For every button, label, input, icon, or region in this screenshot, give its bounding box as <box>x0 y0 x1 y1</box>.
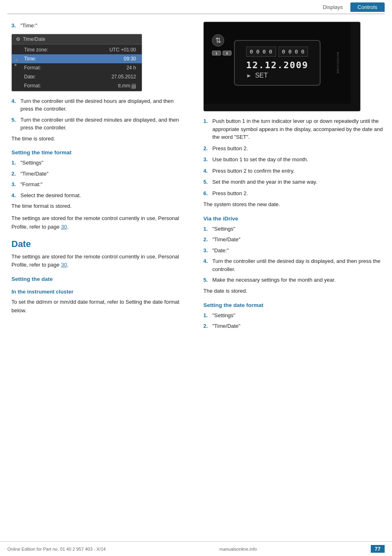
tf-step: 2."Time/Date" <box>11 170 187 178</box>
menu-title-bar: ⚙ Time/Date <box>12 34 142 44</box>
btn1-label: 1 <box>216 51 217 55</box>
right-steps: 1.Push button 1 in the turn indicator le… <box>203 117 385 197</box>
via-step: 1."Settings" <box>203 225 385 233</box>
page-footer: Online Edition for Part no. 01 40 2 957 … <box>0 541 392 556</box>
menu-screenshot: ⚙ Time/Date Time zone:UTC +01:00Time:09:… <box>11 34 142 91</box>
settings-icon: ⚙ <box>16 36 20 42</box>
cluster-center-display: 0 0 0 0 0 0 0 0 12.12.2009 ► SET <box>234 40 321 86</box>
in-cluster-header: In the instrument cluster <box>11 289 187 295</box>
tf-steps: 1."Settings"2."Time/Date"3."Format:"4.Se… <box>11 159 187 199</box>
in-cluster-text: To set the dd/mm or mm/dd date format, r… <box>11 298 187 315</box>
right-step: 3.Use button 1 to set the day of the mon… <box>203 156 385 164</box>
step-4-text: Turn the controller until the desired ho… <box>20 97 187 113</box>
left-column: 3. "Time:" ⚙ Time/Date Time zone:UTC +01… <box>11 22 199 333</box>
date-main-header: Date <box>11 239 187 249</box>
menu-title: Time/Date <box>23 36 45 42</box>
menu-row: Date:27.05.2012 <box>12 72 142 81</box>
menu-row: Format:tt.mm.jjjj <box>12 81 142 90</box>
date-format-header: Setting the date format <box>203 302 385 308</box>
step-3: 3. "Time:" <box>11 22 187 30</box>
date-note: The settings are stored for the remote c… <box>11 253 187 270</box>
cluster-date: 12.12.2009 <box>246 60 308 70</box>
right-step: 5.Set the month and the year in the same… <box>203 178 385 186</box>
menu-nav: ◄ ► <box>14 58 18 67</box>
df-step: 2."Time/Date" <box>203 322 385 330</box>
tf-settings-note: The settings are stored for the remote c… <box>11 214 187 231</box>
page-header: Displays Controls <box>7 0 385 14</box>
step-5-num: 5. <box>11 116 20 132</box>
nav-up-icon: ◄ <box>14 58 18 62</box>
right-step: 1.Push button 1 in the turn indicator le… <box>203 117 385 141</box>
tf-link[interactable]: 30 <box>61 224 67 230</box>
via-steps: 1."Settings"2."Time/Date"3."Date:"4.Turn… <box>203 225 385 284</box>
via-step: 5.Make the necessary settings for the mo… <box>203 276 385 284</box>
cluster-image: ⇅ 1 2 0 0 0 0 0 0 0 0 <box>203 22 361 111</box>
step-4-num: 4. <box>11 97 20 113</box>
nav-down-icon: ► <box>14 63 18 67</box>
date-stored-right: The system stores the new date. <box>203 200 385 209</box>
menu-rows: Time zone:UTC +01:00Time:09:30Format:24 … <box>12 44 142 91</box>
step-3-text: "Time:" <box>20 22 187 30</box>
right-step: 4.Press button 2 to confirm the entry. <box>203 167 385 175</box>
right-step: 2.Press button 2. <box>203 145 385 153</box>
via-idrive-header: Via the iDrive <box>203 216 385 222</box>
via-stored: The date is stored. <box>203 287 385 296</box>
time-format-header: Setting the time format <box>11 149 187 156</box>
menu-row: Time:09:30 <box>12 54 142 63</box>
cluster-display: ⇅ 1 2 0 0 0 0 0 0 0 0 <box>204 22 351 104</box>
menu-row: Format:24 h <box>12 63 142 72</box>
right-step: 6.Press button 2. <box>203 189 385 198</box>
tf-step: 1."Settings" <box>11 159 187 167</box>
watermark: MV1001ICMA <box>337 52 340 74</box>
tab-displays[interactable]: Displays <box>315 2 350 12</box>
tab-controls[interactable]: Controls <box>350 2 385 12</box>
tf-stored: The time format is stored. <box>11 202 187 211</box>
header-tabs: Displays Controls <box>315 2 385 12</box>
right-column: ⇅ 1 2 0 0 0 0 0 0 0 0 <box>199 22 385 333</box>
time-stored: The time is stored. <box>11 135 187 143</box>
setting-date-header: Setting the date <box>11 276 187 282</box>
step-4: 4. Turn the controller until the desired… <box>11 97 187 113</box>
step-3-num: 3. <box>11 22 20 30</box>
page-number: 77 <box>371 545 385 553</box>
df-steps: 1."Settings"2."Time/Date" <box>203 311 385 330</box>
footer-site: manualsonline.info <box>219 547 257 552</box>
df-step: 1."Settings" <box>203 311 385 320</box>
main-content: 3. "Time:" ⚙ Time/Date Time zone:UTC +01… <box>0 14 392 333</box>
cluster-set-text: SET <box>255 72 268 79</box>
menu-row: Time zone:UTC +01:00 <box>12 45 142 54</box>
tf-step: 3."Format:" <box>11 180 187 189</box>
cluster-set-row: ► SET <box>246 72 308 79</box>
btn2-label: 2 <box>226 51 228 55</box>
tf-step: 4.Select the desired format. <box>11 191 187 200</box>
via-step: 2."Time/Date" <box>203 236 385 244</box>
step-5-text: Turn the controller until the desired mi… <box>20 116 187 132</box>
via-step: 4.Turn the controller until the desired … <box>203 257 385 273</box>
date-link[interactable]: 30 <box>61 262 67 268</box>
via-step: 3."Date:" <box>203 247 385 255</box>
footer-text: Online Edition for Part no. 01 40 2 957 … <box>7 547 106 552</box>
cluster-arrow-icon: ► <box>246 72 252 79</box>
step-5: 5. Turn the controller until the desired… <box>11 116 187 132</box>
